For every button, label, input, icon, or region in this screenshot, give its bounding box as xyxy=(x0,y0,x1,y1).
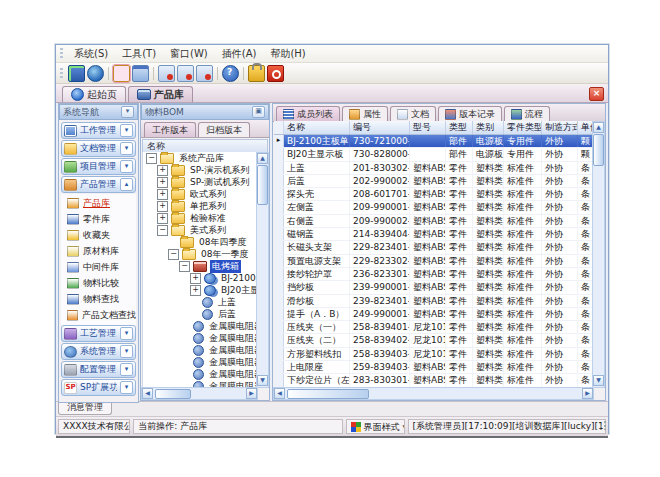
bom-tab-工作版本[interactable]: 工作版本 xyxy=(144,122,196,137)
sidebar-item-产品库[interactable]: 产品库 xyxy=(67,195,136,211)
sidebar-item-零件库[interactable]: 零件库 xyxy=(67,211,136,227)
tree-node[interactable]: 08年四季度 xyxy=(143,236,257,248)
windows-icon[interactable] xyxy=(132,65,149,82)
expand-icon[interactable]: + xyxy=(190,285,201,296)
bom-tree-hscrollbar[interactable]: ◀ ▶ xyxy=(141,387,258,400)
help-icon[interactable] xyxy=(222,65,239,82)
scroll-thumb[interactable] xyxy=(287,389,369,399)
chevron-down-icon[interactable]: ▾ xyxy=(120,381,133,394)
table-row[interactable]: 后盖202-990002-01X塑料ABS零件塑料类标准件外协条 xyxy=(274,175,593,188)
sidebar-group-工艺管理[interactable]: 工艺管理▾ xyxy=(61,325,136,342)
column-header-编号[interactable]: 编号 xyxy=(350,121,410,134)
menu-item[interactable]: 帮助(H) xyxy=(263,46,312,62)
sidebar-group-SP扩展功能[interactable]: SPSP扩展功能▾ xyxy=(61,379,136,396)
table-row[interactable]: 挡纱板239-990001-01X塑料ABS零件塑料类标准件外协条 xyxy=(274,281,593,294)
tree-node[interactable]: 金属膜电阻器 xyxy=(143,332,257,344)
scroll-thumb[interactable] xyxy=(155,389,191,399)
table-row[interactable]: 方形塑料线扣258-839403-00X尼龙1010零件塑料类标准件外协条 xyxy=(274,348,593,361)
tree-node[interactable]: −美式系列 xyxy=(143,224,257,236)
chevron-down-icon[interactable]: ▾ xyxy=(120,327,133,340)
close-window-icon[interactable] xyxy=(158,65,175,82)
table-row[interactable]: 磁钢盖214-839404-01X塑料ABS零件塑料类标准件外协条 xyxy=(274,228,593,241)
tree-node[interactable]: +单把系列 xyxy=(143,200,257,212)
menu-item[interactable]: 系统(S) xyxy=(67,46,115,62)
sidebar-item-原材料库[interactable]: 原材料库 xyxy=(67,243,136,259)
bom-tree-vscrollbar[interactable]: ▲ ▼ xyxy=(256,152,269,388)
bom-pin-icon[interactable]: ▣ xyxy=(252,106,265,118)
scroll-right-icon[interactable]: ▶ xyxy=(246,388,257,399)
tree-node[interactable]: −电烤箱 xyxy=(143,260,257,272)
expand-icon[interactable]: + xyxy=(157,201,168,212)
tree-node[interactable]: −08年一季度 xyxy=(143,248,257,260)
table-row[interactable]: 接纱轮护罩236-823301-00X塑料ABS零件塑料类标准件外协条 xyxy=(274,268,593,281)
chevron-up-icon[interactable]: ▴ xyxy=(120,178,133,191)
tree-node[interactable]: +SP-测试机系列 xyxy=(143,176,257,188)
message-management-tab[interactable]: 消息管理 xyxy=(58,402,112,415)
tree-node[interactable]: 金属膜电阻器 xyxy=(143,356,257,368)
sidebar-item-收藏夹[interactable]: 收藏夹 xyxy=(67,227,136,243)
chevron-down-icon[interactable]: ▾ xyxy=(120,124,133,137)
column-header-类别[interactable]: 类别 xyxy=(473,121,504,134)
table-row[interactable]: 压线夹（二）258-839402-00X尼龙1010零件塑料类标准件外协条 xyxy=(274,334,593,347)
tab-版本记录[interactable]: 版本记录 xyxy=(438,106,502,121)
column-header-名称[interactable]: 名称 xyxy=(284,121,350,134)
table-vscrollbar[interactable]: ▲ ▼ xyxy=(592,121,605,388)
table-row[interactable]: 提手（A．B）249-990001-01X塑料ABS零件塑料类标准件外协条 xyxy=(274,308,593,321)
page-tab-起始页[interactable]: 起始页 xyxy=(62,86,126,102)
table-row[interactable]: BJ20主显示板730-828000-04X部件电源板专用件外协颗 xyxy=(274,148,593,161)
tab-文档[interactable]: 文档 xyxy=(390,106,436,121)
scroll-up-icon[interactable]: ▲ xyxy=(593,122,604,133)
chevron-down-icon[interactable]: ▾ xyxy=(120,160,133,173)
bom-tab-归档版本[interactable]: 归档版本 xyxy=(198,122,250,137)
scroll-down-icon[interactable]: ▼ xyxy=(593,375,604,386)
resize-grip[interactable] xyxy=(597,420,607,430)
scroll-up-icon[interactable]: ▲ xyxy=(257,153,268,164)
lock-icon[interactable] xyxy=(248,65,265,82)
tree-node[interactable]: 后盖 xyxy=(143,308,257,320)
open-folder-icon[interactable] xyxy=(113,65,130,82)
tree-node[interactable]: 金属膜电阻器 xyxy=(143,368,257,380)
table-row[interactable]: 右侧盖209-990002-01X塑料ABS零件塑料类标准件外协条 xyxy=(274,215,593,228)
table-row[interactable]: 预置电源支架229-823302-00X塑料ABS零件塑料类标准件外协条 xyxy=(274,255,593,268)
tab-流程[interactable]: 流程 xyxy=(504,106,550,121)
sidebar-group-工作管理[interactable]: 工作管理▾ xyxy=(61,122,136,139)
expand-icon[interactable]: + xyxy=(157,177,168,188)
sidebar-group-文档管理[interactable]: 文档管理▾ xyxy=(61,140,136,157)
column-header-类型[interactable]: 类型 xyxy=(446,121,473,134)
table-row[interactable]: 压线夹（一）258-839401-00X尼龙1010零件塑料类标准件外协条 xyxy=(274,321,593,334)
table-row[interactable]: 探头壳208-601701-01X塑料ABS零件塑料类标准件外协条 xyxy=(274,188,593,201)
tree-node[interactable]: +BJ-2100主板单点 xyxy=(143,272,257,284)
menu-item[interactable]: 工具(T) xyxy=(115,46,163,62)
expand-icon[interactable]: + xyxy=(157,213,168,224)
sidebar-group-项目管理[interactable]: 项目管理▾ xyxy=(61,158,136,175)
scroll-left-icon[interactable]: ◀ xyxy=(142,388,153,399)
scroll-right-icon[interactable]: ▶ xyxy=(582,388,593,399)
collapse-icon[interactable]: − xyxy=(179,261,190,272)
collapse-icon[interactable]: − xyxy=(157,225,168,236)
tree-node[interactable]: +欧式系列 xyxy=(143,188,257,200)
sidebar-group-产品管理[interactable]: 产品管理▴ xyxy=(61,176,136,193)
expand-icon[interactable]: + xyxy=(190,273,201,284)
logout-icon[interactable] xyxy=(267,65,284,82)
table-row[interactable]: ▸BJ-2100主板单点730-721000-12X部件电源板专用件外协颗 xyxy=(274,135,593,148)
tab-成员列表[interactable]: 成员列表 xyxy=(276,106,340,121)
column-header-单位[interactable]: 单位 xyxy=(578,121,593,134)
table-row[interactable]: 上电限座259-839403-00X塑料ABS零件塑料类标准件外协条 xyxy=(274,361,593,374)
scroll-thumb[interactable] xyxy=(257,165,268,205)
tree-node[interactable]: +检验标准 xyxy=(143,212,257,224)
table-row[interactable]: 长磁头支架229-823401-00X塑料ABS零件塑料类标准件外协条 xyxy=(274,241,593,254)
table-row[interactable]: 下纱定位片（左）283-830301-00X塑料ABS零件塑料类标准件外协条 xyxy=(274,374,593,387)
tree-node[interactable]: +BJ20主显示板 xyxy=(143,284,257,296)
window-badge-icon[interactable] xyxy=(177,65,194,82)
sidebar-item-产品文档查找[interactable]: 产品文档查找 xyxy=(67,307,136,323)
sidebar-group-系统管理[interactable]: 系统管理▾ xyxy=(61,343,136,360)
expand-icon[interactable]: + xyxy=(157,189,168,200)
scroll-left-icon[interactable]: ◀ xyxy=(274,388,285,399)
sidebar-item-物料比较[interactable]: 物料比较 xyxy=(67,275,136,291)
sidebar-group-配置管理[interactable]: 配置管理▾ xyxy=(61,361,136,378)
tab-属性[interactable]: 属性 xyxy=(342,106,388,121)
sidebar-item-物料查找[interactable]: 物料查找 xyxy=(67,291,136,307)
window-badge2-icon[interactable] xyxy=(196,65,213,82)
menu-item[interactable]: 插件(A) xyxy=(215,46,264,62)
column-header-零件类型[interactable]: 零件类型 xyxy=(504,121,542,134)
